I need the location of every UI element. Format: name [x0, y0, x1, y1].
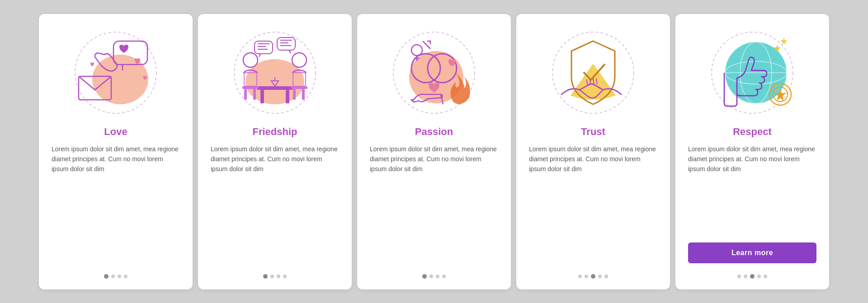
dot [277, 275, 280, 278]
card-friendship: Friedship Lorem ipsum dolor sit dim amet… [198, 14, 352, 289]
dot [436, 275, 439, 278]
passion-dots [422, 274, 446, 279]
svg-point-34 [411, 45, 422, 56]
dot [578, 275, 582, 278]
dot [263, 274, 268, 279]
dot [283, 275, 287, 278]
dot [737, 275, 741, 278]
love-dots [104, 274, 127, 279]
trust-title: Trust [581, 126, 605, 138]
dot [429, 275, 433, 278]
love-text: Lorem ipsum dolor sit dim amet, mea regi… [52, 144, 180, 265]
dot [744, 275, 747, 278]
respect-title: Respect [733, 126, 772, 138]
trust-dots [578, 274, 608, 279]
svg-rect-11 [253, 89, 256, 100]
dot [750, 274, 755, 279]
friendship-text: Lorem ipsum dolor sit dim amet, mea regi… [211, 144, 339, 265]
dot [591, 274, 595, 279]
svg-rect-7 [260, 90, 264, 103]
card-respect: Respect Lorem ipsum dolor sit dim amet, … [675, 14, 829, 289]
cards-container: Love Lorem ipsum dolor sit dim amet, mea… [28, 3, 840, 300]
passion-text: Lorem ipsum dolor sit dim amet, mea regi… [370, 144, 498, 265]
dot [422, 274, 427, 279]
friendship-illustration [230, 28, 320, 118]
svg-rect-15 [302, 89, 305, 100]
respect-text: Lorem ipsum dolor sit dim amet, mea regi… [688, 144, 816, 235]
friendship-dots [263, 274, 287, 279]
svg-rect-25 [277, 37, 295, 50]
svg-point-17 [243, 53, 258, 67]
friendship-title: Friedship [252, 126, 297, 138]
dot [757, 275, 761, 278]
love-illustration [71, 28, 161, 118]
dot [118, 275, 121, 278]
svg-marker-52 [780, 37, 788, 45]
respect-illustration [707, 28, 797, 118]
dot [598, 275, 602, 278]
dot [764, 275, 767, 278]
trust-illustration [548, 28, 638, 118]
trust-text: Lorem ipsum dolor sit dim amet, mea regi… [529, 144, 657, 265]
dot [124, 275, 127, 278]
dot [270, 275, 274, 278]
svg-point-1 [92, 55, 148, 104]
svg-rect-10 [244, 89, 247, 100]
svg-rect-14 [293, 89, 296, 100]
dot [604, 275, 608, 278]
dot [111, 275, 115, 278]
card-trust: Trust Lorem ipsum dolor sit dim amet, me… [516, 14, 670, 289]
passion-illustration [389, 28, 479, 118]
respect-dots [737, 274, 767, 279]
svg-line-33 [423, 41, 430, 49]
svg-point-18 [292, 53, 307, 67]
dot [442, 275, 446, 278]
dot [585, 275, 588, 278]
love-title: Love [104, 126, 127, 138]
svg-rect-8 [286, 90, 289, 103]
dot [104, 274, 108, 279]
card-love: Love Lorem ipsum dolor sit dim amet, mea… [39, 14, 193, 289]
passion-title: Passion [415, 126, 453, 138]
learn-more-button[interactable]: Learn more [688, 242, 816, 263]
svg-rect-21 [255, 41, 273, 54]
card-passion: Passion Lorem ipsum dolor sit dim amet, … [357, 14, 511, 289]
